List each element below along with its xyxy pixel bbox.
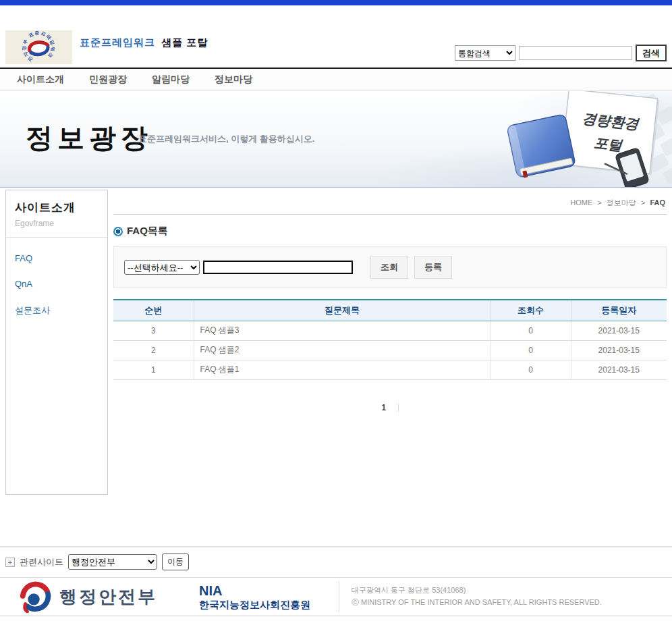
mois-logo-block: 행정안전부 <box>19 580 157 613</box>
banner-title: 정보광장 <box>26 119 152 157</box>
top-search: 통합검색 검색 <box>455 45 667 61</box>
sidebar-item-faq[interactable]: FAQ <box>15 253 99 263</box>
cell-no: 1 <box>113 360 194 379</box>
top-search-button[interactable]: 검색 <box>636 45 667 61</box>
footer: + 관련사이트 행정안전부 이동 행정안전부 NIA 한국지능정보사회진흥원 대… <box>0 546 672 616</box>
breadcrumb-section[interactable]: 정보마당 <box>607 198 636 207</box>
bullet-icon <box>113 227 123 236</box>
faq-table: 순번 질문제목 조회수 등록일자 3 FAQ 샘플3 0 2021-03-15 … <box>113 299 667 380</box>
filter-buttons: 조회 등록 <box>370 256 452 279</box>
footer-address: 대구광역시 동구 첨단로 53(41068) <box>352 585 602 597</box>
nia-name: 한국지능정보사회진흥원 <box>199 599 310 610</box>
breadcrumb-home[interactable]: HOME <box>570 198 592 207</box>
related-sites-select[interactable]: 행정안전부 <box>68 554 157 570</box>
global-nav: 사이트소개 민원광장 알림마당 정보마당 <box>0 68 672 91</box>
cell-views: 0 <box>491 321 571 340</box>
nav-item-info[interactable]: 정보마당 <box>215 74 252 86</box>
nav-item-minwon[interactable]: 민원광장 <box>89 74 127 86</box>
footer-main: 행정안전부 NIA 한국지능정보사회진흥원 대구광역시 동구 첨단로 53(41… <box>0 577 672 616</box>
cell-date: 2021-03-15 <box>571 340 667 360</box>
top-search-input[interactable] <box>519 46 632 60</box>
content-area: 사이트소개 Egovframe FAQ QnA 설문조사 HOME > 정보마당… <box>0 188 672 550</box>
sidebar-subtitle: Egovframe <box>15 219 99 228</box>
banner-subtitle: 표준프레임워크서비스, 이렇게 활용하십시오. <box>138 133 314 145</box>
related-sites-label: 관련사이트 <box>20 556 63 568</box>
sidebar-title: 사이트소개 <box>15 200 99 215</box>
cell-views: 0 <box>491 340 571 360</box>
cell-question-title[interactable]: FAQ 샘플1 <box>194 360 491 379</box>
breadcrumb-separator: > <box>641 198 645 207</box>
breadcrumb-separator: > <box>597 198 601 207</box>
cell-no: 3 <box>113 321 194 340</box>
page-title: FAQ목록 <box>127 225 168 238</box>
footer-address-block: 대구광역시 동구 첨단로 53(41068) ⓒ MINISTRY OF THE… <box>352 585 602 608</box>
pagination: 1 <box>113 403 667 412</box>
filter-select[interactable]: --선택하세요-- <box>124 260 200 275</box>
nia-acronym: NIA <box>199 583 310 599</box>
board-text-line2: 포털 <box>593 134 624 153</box>
cell-date: 2021-03-15 <box>571 360 667 379</box>
header: 전자정부 표준프레임워크 표준프레임워크 샘플 포탈 통합검색 검색 <box>0 5 672 68</box>
column-header-title: 질문제목 <box>194 300 491 321</box>
main-panel: HOME > 정보마당 > FAQ FAQ목록 --선택하세요-- 조회 등록 <box>113 188 667 412</box>
nia-logo-block: NIA 한국지능정보사회진흥원 <box>199 583 310 610</box>
table-row: 2 FAQ 샘플2 0 2021-03-15 <box>113 340 667 360</box>
column-header-views: 조회수 <box>491 300 571 321</box>
cell-views: 0 <box>491 360 571 379</box>
cell-no: 2 <box>113 340 194 360</box>
column-header-no: 순번 <box>113 300 194 321</box>
nav-item-notice[interactable]: 알림마당 <box>152 74 190 86</box>
filter-keyword-input[interactable] <box>203 261 353 274</box>
site-title-portal: 샘플 포탈 <box>161 36 208 48</box>
search-button[interactable]: 조회 <box>370 256 408 279</box>
footer-divider <box>339 581 339 612</box>
breadcrumb: HOME > 정보마당 > FAQ <box>113 188 667 215</box>
sidebar-item-qna[interactable]: QnA <box>15 279 99 289</box>
egov-framework-logo: 전자정부 표준프레임워크 <box>5 30 72 64</box>
go-button[interactable]: 이동 <box>162 554 189 570</box>
site-title: 표준프레임워크 샘플 포탈 <box>80 36 208 49</box>
search-category-select[interactable]: 통합검색 <box>455 45 515 61</box>
cell-date: 2021-03-15 <box>571 321 667 340</box>
cell-question-title[interactable]: FAQ 샘플2 <box>194 340 491 360</box>
pagination-divider <box>398 404 399 412</box>
page-banner: 정보광장 표준프레임워크서비스, 이렇게 활용하십시오. 경량환경 포털 <box>0 91 672 188</box>
site-title-framework: 표준프레임워크 <box>80 36 155 48</box>
sidebar-item-survey[interactable]: 설문조사 <box>15 304 99 317</box>
register-button[interactable]: 등록 <box>414 256 452 279</box>
mois-name: 행정안전부 <box>59 585 157 609</box>
book-icon <box>507 114 576 180</box>
table-header-row: 순번 질문제목 조회수 등록일자 <box>113 300 667 321</box>
nav-item-site-intro[interactable]: 사이트소개 <box>17 74 64 86</box>
related-sites-row: + 관련사이트 행정안전부 이동 <box>0 546 672 577</box>
footer-copyright: ⓒ MINISTRY OF THE INTERIOR AND SAFETY, A… <box>352 597 602 609</box>
breadcrumb-current: FAQ <box>650 198 665 207</box>
sidebar-divider <box>6 237 107 238</box>
page-heading: FAQ목록 <box>113 225 667 238</box>
whiteboard-icon: 경량환경 포털 <box>561 91 659 176</box>
banner-illustration: 경량환경 포털 <box>500 91 672 187</box>
top-accent-bar <box>0 0 672 5</box>
table-row: 1 FAQ 샘플1 0 2021-03-15 <box>113 360 667 379</box>
column-header-date: 등록일자 <box>571 300 667 321</box>
mois-emblem-icon <box>19 580 51 613</box>
page-number-1[interactable]: 1 <box>381 403 386 412</box>
sidebar: 사이트소개 Egovframe FAQ QnA 설문조사 <box>5 190 108 495</box>
table-row: 3 FAQ 샘플3 0 2021-03-15 <box>113 321 667 340</box>
filter-panel: --선택하세요-- 조회 등록 <box>113 246 667 288</box>
plus-icon[interactable]: + <box>5 558 15 567</box>
cell-question-title[interactable]: FAQ 샘플3 <box>194 321 491 340</box>
